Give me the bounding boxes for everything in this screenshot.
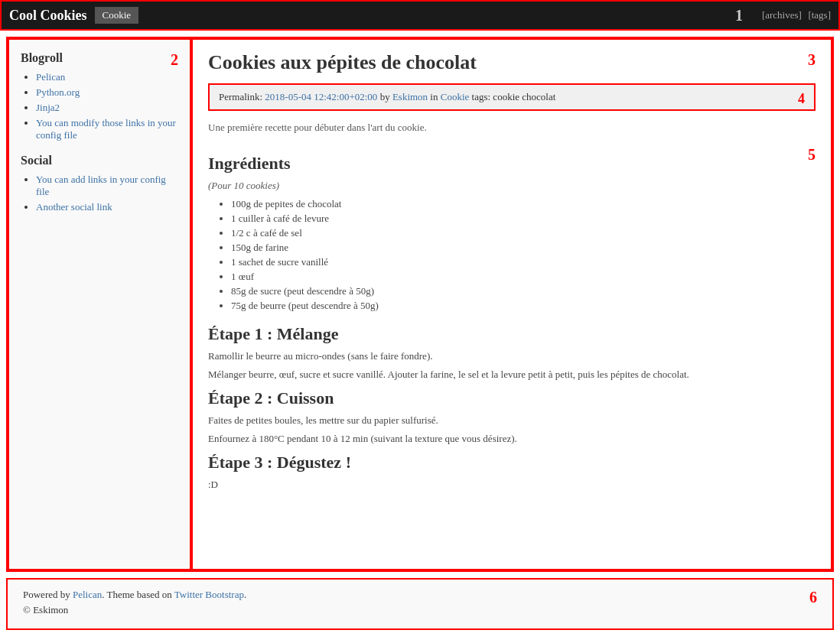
content-label-num: 5 xyxy=(808,146,816,164)
list-item: You can add links in your config file xyxy=(36,174,178,198)
article-title: Cookies aux pépites de chocolat xyxy=(208,51,808,74)
permalink-category[interactable]: Cookie xyxy=(441,91,470,102)
social-heading: Social xyxy=(21,154,178,167)
ingredients-list: 100g de pepites de chocolat 1 cuiller à … xyxy=(208,198,816,312)
step1-text2: Mélanger beurre, œuf, sucre et sucre van… xyxy=(208,369,816,381)
article-content: Cookies aux pépites de chocolat 3 Permal… xyxy=(191,38,832,570)
main-wrapper: 2 Blogroll Pelican Python.org Jinja2 You… xyxy=(6,37,834,572)
ingredients-subtitle: (Pour 10 cookies) xyxy=(208,180,816,192)
modify-links-link[interactable]: You can modify those links in your confi… xyxy=(36,117,176,141)
list-item: Another social link xyxy=(36,201,178,213)
list-item: 1 cuiller à café de levure xyxy=(231,213,816,225)
ingredient-2: 1 cuiller à café de levure xyxy=(231,213,329,224)
footer-copyright: © Eskimon xyxy=(23,604,817,616)
step2-text1: Faites de petites boules, les mettre sur… xyxy=(208,414,816,427)
theme-text: . Theme based on xyxy=(102,589,171,600)
site-header: Cool Cookies Cookie 1 [archives] [tags] xyxy=(0,0,840,31)
step1-heading: Étape 1 : Mélange xyxy=(208,324,816,344)
bootstrap-link[interactable]: Twitter Bootstrap xyxy=(174,589,244,600)
footer-label-num: 6 xyxy=(809,589,817,606)
ingredients-heading: Ingrédients xyxy=(208,154,808,174)
list-item: 1 sachet de sucre vanillé xyxy=(231,256,816,268)
site-title: Cool Cookies xyxy=(9,8,87,24)
jinja2-link[interactable]: Jinja2 xyxy=(36,102,60,113)
footer-powered: Powered by Pelican. Theme based on Twitt… xyxy=(23,589,817,601)
step2-text2: Enfournez à 180°C pendant 10 à 12 min (s… xyxy=(208,433,816,445)
permalink-author[interactable]: Eskimon xyxy=(392,91,428,102)
list-item: 1 œuf xyxy=(231,271,816,283)
step3-smiley: :D xyxy=(208,479,816,491)
list-item: Python.org xyxy=(36,86,178,99)
permalink-date[interactable]: 2018-05-04 12:42:00+02:00 xyxy=(265,91,377,102)
theme-suffix: . xyxy=(244,589,246,600)
list-item: 100g de pepites de chocolat xyxy=(231,198,816,210)
blogroll-list: Pelican Python.org Jinja2 You can modify… xyxy=(21,71,178,141)
permalink-tags-label: tags: xyxy=(472,91,491,102)
article-intro: Une première recette pour débuter dans l… xyxy=(208,122,816,134)
social-list: You can add links in your config file An… xyxy=(21,174,178,213)
sidebar-label-num: 2 xyxy=(171,51,178,69)
ingredient-4: 150g de farine xyxy=(231,242,288,253)
step3-heading: Étape 3 : Dégustez ! xyxy=(208,453,816,473)
permalink-box: Permalink: 2018-05-04 12:42:00+02:00 by … xyxy=(208,83,816,111)
ingredient-6: 1 œuf xyxy=(231,271,254,282)
permalink-by: by xyxy=(380,91,390,102)
blogroll-heading: Blogroll xyxy=(21,51,178,65)
python-org-link[interactable]: Python.org xyxy=(36,86,80,98)
list-item: 85g de sucre (peut descendre à 50g) xyxy=(231,285,816,297)
title-label-num: 3 xyxy=(808,51,816,69)
powered-by-prefix: Powered by xyxy=(23,589,70,600)
list-item: 75g de beurre (peut descendre à 50g) xyxy=(231,300,816,312)
header-label-num: 1 xyxy=(735,7,743,24)
list-item: You can modify those links in your confi… xyxy=(36,117,178,141)
step1-text1: Ramollir le beurre au micro-ondes (sans … xyxy=(208,350,816,362)
pelican-footer-link[interactable]: Pelican xyxy=(73,589,102,600)
ingredient-7: 85g de sucre (peut descendre à 50g) xyxy=(231,285,374,297)
nav-cookie-link[interactable]: Cookie xyxy=(95,7,139,24)
tags-link[interactable]: [tags] xyxy=(808,9,831,21)
ingredient-3: 1/2 c à café de sel xyxy=(231,227,302,239)
permalink-in: in xyxy=(430,91,438,102)
list-item: 150g de farine xyxy=(231,242,816,254)
another-social-link[interactable]: Another social link xyxy=(36,201,112,213)
ingredient-8: 75g de beurre (peut descendre à 50g) xyxy=(231,300,379,311)
step2-heading: Étape 2 : Cuisson xyxy=(208,388,816,408)
permalink-tags: cookie chocolat xyxy=(493,91,555,102)
list-item: Pelican xyxy=(36,71,178,83)
header-right: [archives] [tags] xyxy=(758,9,831,21)
pelican-link[interactable]: Pelican xyxy=(36,71,65,83)
permalink-label-num: 4 xyxy=(798,91,805,107)
ingredient-1: 100g de pepites de chocolat xyxy=(231,198,341,209)
archives-link[interactable]: [archives] xyxy=(762,9,802,21)
add-links-link[interactable]: You can add links in your config file xyxy=(36,174,166,197)
ingredient-5: 1 sachet de sucre vanillé xyxy=(231,256,328,268)
site-footer: 6 Powered by Pelican. Theme based on Twi… xyxy=(6,578,834,630)
sidebar: 2 Blogroll Pelican Python.org Jinja2 You… xyxy=(8,38,191,570)
list-item: 1/2 c à café de sel xyxy=(231,227,816,239)
list-item: Jinja2 xyxy=(36,102,178,114)
permalink-label: Permalink: xyxy=(219,91,262,102)
